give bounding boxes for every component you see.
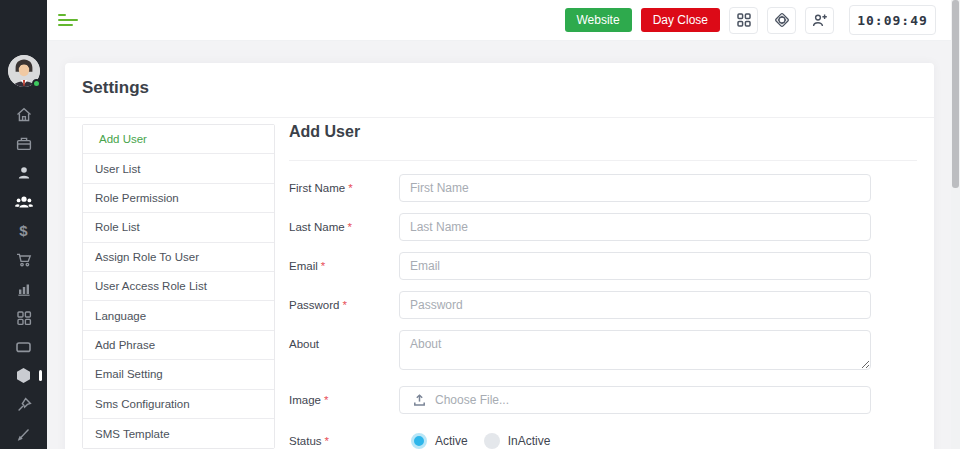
password-label: Password* xyxy=(289,291,399,319)
nav-item-role-list[interactable]: Role List xyxy=(83,213,274,242)
required-marker: * xyxy=(348,182,352,194)
about-textarea[interactable] xyxy=(399,330,871,370)
online-status-dot xyxy=(32,79,41,88)
vertical-scrollbar[interactable] xyxy=(951,0,960,449)
tablet-icon[interactable] xyxy=(0,332,47,361)
image-row: Image* Choose File... xyxy=(289,386,917,414)
upload-icon xyxy=(412,393,427,408)
radio-active-label: Active xyxy=(435,434,468,448)
nav-item-add-user[interactable]: Add User xyxy=(83,125,274,154)
form-divider xyxy=(289,160,917,161)
first-name-input[interactable] xyxy=(399,174,871,202)
sidebar-icon-menu: $ xyxy=(0,100,47,448)
website-button[interactable]: Website xyxy=(565,8,632,32)
email-input[interactable] xyxy=(399,252,871,280)
last-name-row: Last Name* xyxy=(289,213,917,241)
first-name-label: First Name* xyxy=(289,174,399,202)
dollar-glyph: $ xyxy=(19,223,27,238)
required-marker: * xyxy=(325,435,329,447)
required-marker: * xyxy=(321,260,325,272)
nav-item-user-access-role-list[interactable]: User Access Role List xyxy=(83,272,274,301)
required-marker: * xyxy=(348,221,352,233)
add-person-icon[interactable] xyxy=(805,7,834,34)
email-label: Email* xyxy=(289,252,399,280)
email-row: Email* xyxy=(289,252,917,280)
hamburger-menu-icon[interactable] xyxy=(58,14,80,27)
form-title: Add User xyxy=(289,120,917,144)
required-marker: * xyxy=(324,394,328,406)
first-name-row: First Name* xyxy=(289,174,917,202)
password-row: Password* xyxy=(289,291,917,319)
radio-inactive-unselected[interactable] xyxy=(484,433,500,449)
nav-item-sms-template[interactable]: SMS Template xyxy=(83,419,274,448)
hexagon-icon[interactable] xyxy=(0,361,47,390)
status-option-active[interactable]: Active xyxy=(411,433,468,449)
day-close-button[interactable]: Day Close xyxy=(641,8,720,32)
nav-item-add-phrase[interactable]: Add Phrase xyxy=(83,331,274,360)
bar-chart-icon[interactable] xyxy=(0,274,47,303)
image-label: Image* xyxy=(289,386,399,414)
about-label: About xyxy=(289,330,399,374)
briefcase-icon[interactable] xyxy=(0,129,47,158)
choose-file-input[interactable]: Choose File... xyxy=(399,386,871,414)
dollar-icon[interactable]: $ xyxy=(0,216,47,245)
top-header: Website Day Close 10:09:49 xyxy=(47,0,960,41)
add-user-form: Add User First Name* Last Name* Email* P… xyxy=(289,120,917,449)
active-page-indicator xyxy=(39,370,42,381)
compass-target-icon[interactable] xyxy=(767,7,796,34)
home-icon[interactable] xyxy=(0,100,47,129)
nav-item-email-setting[interactable]: Email Setting xyxy=(83,360,274,389)
users-group-icon[interactable] xyxy=(0,187,47,216)
status-radio-group: Active InActive xyxy=(399,427,871,449)
password-input[interactable] xyxy=(399,291,871,319)
user-avatar[interactable] xyxy=(8,55,40,87)
header-actions: Website Day Close 10:09:49 xyxy=(565,5,937,35)
last-name-input[interactable] xyxy=(399,213,871,241)
nav-item-assign-role-to-user[interactable]: Assign Role To User xyxy=(83,243,274,272)
page-title: Settings xyxy=(82,78,149,98)
nav-item-sms-configuration[interactable]: Sms Configuration xyxy=(83,390,274,419)
cart-icon[interactable] xyxy=(0,245,47,274)
required-marker: * xyxy=(343,299,347,311)
app-sidebar: $ xyxy=(0,0,47,449)
last-name-label: Last Name* xyxy=(289,213,399,241)
status-label: Status* xyxy=(289,427,399,449)
about-row: About xyxy=(289,330,917,374)
apps-grid-icon[interactable] xyxy=(729,7,758,34)
title-divider xyxy=(65,117,934,118)
scrollbar-thumb[interactable] xyxy=(952,0,959,188)
nav-item-user-list[interactable]: User List xyxy=(83,154,274,183)
radio-active-selected[interactable] xyxy=(411,433,427,449)
nav-item-role-permission[interactable]: Role Permission xyxy=(83,184,274,213)
status-row: Status* Active InActive xyxy=(289,427,917,449)
nav-item-language[interactable]: Language xyxy=(83,301,274,330)
pin-icon[interactable] xyxy=(0,390,47,419)
settings-nav-list: Add User User List Role Permission Role … xyxy=(82,124,275,449)
file-placeholder: Choose File... xyxy=(435,393,509,407)
settings-card: Settings Add User User List Role Permiss… xyxy=(65,63,934,449)
brush-icon[interactable] xyxy=(0,419,47,448)
radio-inactive-label: InActive xyxy=(508,434,551,448)
grid-icon[interactable] xyxy=(0,303,47,332)
digital-clock: 10:09:49 xyxy=(849,5,936,35)
status-option-inactive[interactable]: InActive xyxy=(484,433,551,449)
user-icon[interactable] xyxy=(0,158,47,187)
